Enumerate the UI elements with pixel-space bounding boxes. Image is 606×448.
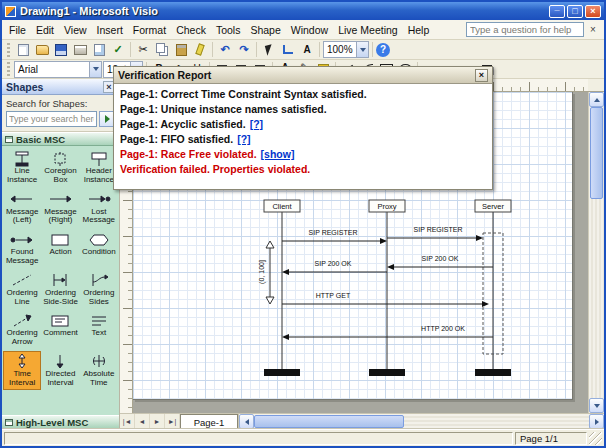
text-tool-button[interactable] [298, 41, 316, 58]
lifeline-proxy[interactable]: Proxy [369, 200, 405, 376]
pointer-tool-button[interactable] [260, 41, 278, 58]
font-name-combo[interactable]: Arial [14, 61, 102, 78]
shape-item-ordering-sides[interactable]: Ordering Sides [80, 270, 118, 309]
message-label: SIP REGISTER [309, 229, 358, 236]
redo-button[interactable] [235, 41, 253, 58]
shape-search-input[interactable] [6, 111, 97, 127]
menu-help[interactable]: Help [403, 21, 435, 39]
shape-item-ordering-arrow[interactable]: Ordering Arrow [3, 310, 41, 349]
save-button[interactable] [52, 41, 70, 58]
lifeline-server-end-bar[interactable] [475, 369, 511, 376]
stencil-basic-msc[interactable]: Basic MSC [2, 132, 119, 146]
lifeline-client-end-bar[interactable] [264, 369, 300, 376]
scroll-up-button[interactable] [589, 92, 604, 107]
spelling-button[interactable] [109, 41, 127, 58]
message-sip-register-client-proxy[interactable]: SIP REGISTER [282, 229, 387, 244]
message-sip-register-proxy-server[interactable]: SIP REGISTER [387, 226, 483, 241]
horizontal-scrollbar[interactable] [238, 414, 604, 429]
horizontal-scroll-track[interactable] [254, 414, 589, 429]
format-painter-button[interactable] [191, 41, 209, 58]
minimize-button[interactable] [549, 5, 565, 18]
text-icon [86, 312, 112, 329]
next-page-button[interactable]: ► [150, 414, 165, 429]
maximize-button[interactable] [567, 5, 583, 18]
report-line: Page-1: Unique instance names satisfied. [120, 102, 486, 117]
comment-icon [47, 312, 73, 329]
menu-tools[interactable]: Tools [211, 21, 246, 39]
menu-view[interactable]: View [59, 21, 92, 39]
shape-item-text[interactable]: Text [80, 310, 118, 349]
message-sip-200-ok-proxy-client[interactable]: SIP 200 OK [282, 260, 387, 275]
horizontal-scroll-thumb[interactable] [254, 415, 404, 428]
shape-item-absolute-time[interactable]: Absolute Time [80, 351, 118, 390]
help-button[interactable] [376, 43, 390, 57]
shape-item-lost-message[interactable]: Lost Message [80, 189, 118, 228]
chevron-down-icon[interactable] [89, 62, 101, 77]
visio-app-icon [5, 6, 16, 17]
lifeline-server[interactable]: Server [475, 200, 511, 376]
report-show-link[interactable]: [show] [261, 148, 295, 160]
vertical-scroll-thumb[interactable] [590, 107, 603, 199]
print-button[interactable] [71, 41, 89, 58]
verification-report-close-button[interactable] [475, 69, 488, 82]
last-page-button[interactable]: ►| [165, 414, 180, 429]
shape-item-directed-interval[interactable]: Directed Interval [41, 351, 79, 390]
resize-grip[interactable] [589, 432, 602, 445]
close-button[interactable] [585, 5, 601, 18]
cut-button[interactable] [134, 41, 152, 58]
shape-item-message-left[interactable]: Message (Left) [3, 189, 41, 228]
window-title: Drawing1 - Microsoft Visio [20, 5, 158, 17]
shape-item-message-right[interactable]: Message (Right) [41, 189, 79, 228]
message-label: HTTP GET [316, 292, 351, 299]
lifeline-client[interactable]: Client [264, 200, 300, 376]
previous-page-button[interactable]: ◄ [135, 414, 150, 429]
time-interval-constraint[interactable]: (0, 100] [258, 241, 274, 304]
first-page-button[interactable]: |◄ [120, 414, 135, 429]
report-line-link[interactable]: [?] [250, 118, 263, 130]
help-search-input[interactable] [466, 22, 584, 37]
shape-item-action[interactable]: Action [41, 229, 79, 268]
menu-format[interactable]: Format [128, 21, 171, 39]
scroll-right-button[interactable] [589, 414, 604, 429]
report-line: Verification failed. Properties violated… [120, 162, 486, 177]
verification-report-window: Verification Report Page-1: Correct Time… [113, 66, 493, 190]
vertical-scrollbar[interactable] [588, 92, 604, 413]
chevron-down-icon[interactable] [356, 42, 368, 57]
message-http-get[interactable]: HTTP GET [282, 292, 489, 307]
copy-button[interactable] [153, 41, 171, 58]
tab-page-1[interactable]: Page-1 [180, 414, 238, 429]
paste-button[interactable] [172, 41, 190, 58]
undo-button[interactable] [216, 41, 234, 58]
menu-insert[interactable]: Insert [92, 21, 128, 39]
connector-tool-button[interactable] [279, 41, 297, 58]
shape-item-coregion-box[interactable]: Coregion Box [41, 148, 79, 187]
shape-item-time-interval[interactable]: Time Interval [3, 351, 41, 390]
report-line-link[interactable]: [?] [237, 133, 250, 145]
message-sip-200-ok-server-proxy[interactable]: SIP 200 OK [387, 255, 493, 270]
print-preview-button[interactable] [90, 41, 108, 58]
shape-item-ordering-line[interactable]: Ordering Line [3, 270, 41, 309]
vertical-scroll-track[interactable] [589, 107, 604, 398]
menu-file[interactable]: File [4, 21, 31, 39]
toolbar-grip[interactable] [7, 62, 10, 76]
menu-check[interactable]: Check [171, 21, 211, 39]
zoom-combo[interactable]: 100% [323, 41, 369, 58]
menu-live-meeting[interactable]: Live Meeting [333, 21, 403, 39]
verification-report-titlebar[interactable]: Verification Report [114, 67, 492, 84]
document-close-button[interactable] [586, 23, 600, 37]
toolbar-grip[interactable] [7, 43, 10, 57]
menu-window[interactable]: Window [286, 21, 333, 39]
scroll-down-button[interactable] [589, 398, 604, 413]
scroll-left-button[interactable] [239, 414, 254, 429]
open-button[interactable] [33, 41, 51, 58]
menu-shape[interactable]: Shape [245, 21, 285, 39]
shape-item-line-instance[interactable]: Line Instance [3, 148, 41, 187]
menu-edit[interactable]: Edit [31, 21, 59, 39]
shape-item-comment[interactable]: Comment [41, 310, 79, 349]
shape-item-found-message[interactable]: Found Message [3, 229, 41, 268]
lifeline-proxy-end-bar[interactable] [369, 369, 405, 376]
shape-item-condition[interactable]: Condition [80, 229, 118, 268]
shape-item-ordering-side-side[interactable]: Ordering Side-Side [41, 270, 79, 309]
new-button[interactable] [14, 41, 32, 58]
stencil-high-level-msc[interactable]: High-Level MSC [2, 415, 119, 429]
